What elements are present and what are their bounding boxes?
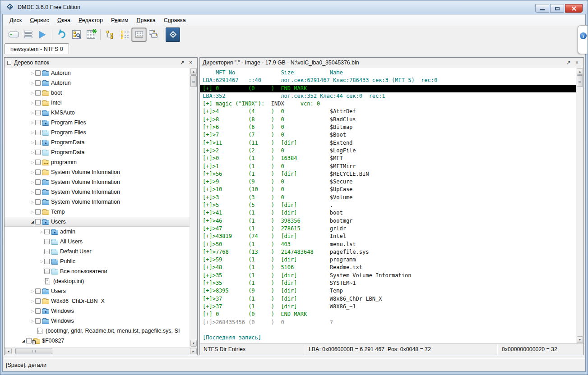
item-checkbox[interactable]: [44, 239, 50, 244]
item-checkbox[interactable]: [26, 338, 32, 343]
mft-row[interactable]: [+]>5 (5 ) [dir] .: [203, 201, 575, 209]
volumes-button[interactable]: [21, 28, 35, 41]
tree-item-windows[interactable]: ▷Windows: [5, 306, 190, 316]
mft-row[interactable]: [+]>56 (1 ) [dir] $RECYCLE.BIN: [203, 170, 575, 178]
tree-item-all-users[interactable]: All Users: [5, 237, 190, 247]
item-checkbox[interactable]: [35, 288, 41, 294]
tree-item-programdata[interactable]: ▷ProgramData: [5, 137, 190, 147]
tree-item-programdata[interactable]: ▷ProgramData: [5, 147, 190, 157]
expander-closed-icon[interactable]: ▷: [30, 200, 35, 204]
tree-item-admin[interactable]: ▷admin: [5, 227, 190, 237]
search-button[interactable]: [69, 28, 83, 41]
mft-row[interactable]: [+]>50 (1 ) 403 menu.lst: [203, 241, 575, 248]
mft-row[interactable]: [+]>268435456 (0 ) 0 ?: [203, 319, 575, 326]
item-checkbox[interactable]: [35, 110, 41, 115]
mft-row[interactable]: [+]>2 (2 ) 0 $LogFile: [203, 147, 575, 155]
expander-closed-icon[interactable]: ▷: [30, 210, 35, 214]
mft-row[interactable]: [+]>7768 (13 ) 2147483648 pagefile.sys: [203, 248, 575, 256]
scroll-left-icon[interactable]: ◄: [5, 348, 12, 354]
mft-row[interactable]: [+]>4 (4 ) 0 $AttrDef: [203, 108, 575, 115]
expander-open-icon[interactable]: ◢: [21, 338, 26, 343]
open-volume-button[interactable]: [35, 28, 50, 41]
mft-row[interactable]: [+]>48 (1 ) 5106 Readme.txt: [203, 264, 575, 271]
panel-maximize-icon[interactable]: ↗: [564, 60, 573, 65]
expander-closed-icon[interactable]: ▷: [30, 309, 35, 313]
item-checkbox[interactable]: [35, 100, 41, 105]
item-checkbox[interactable]: [35, 140, 41, 145]
scroll-thumb[interactable]: [190, 75, 197, 87]
item-checkbox[interactable]: [35, 189, 41, 195]
item-checkbox[interactable]: [35, 308, 41, 314]
tree-item-w8x86-chdr-lbn-x[interactable]: ▷W8x86_ChDr-LBN_X: [5, 296, 190, 306]
tree-item-users[interactable]: ◢Users: [5, 217, 190, 227]
mft-row[interactable]: [+]>59 (1 ) [dir] programm: [203, 256, 575, 264]
item-checkbox[interactable]: [44, 229, 50, 234]
directory-vertical-scrollbar[interactable]: ▲ ▼: [576, 68, 583, 343]
tree-item-system-volume-information[interactable]: ▷System Volume Information: [5, 167, 190, 177]
item-checkbox[interactable]: [35, 298, 41, 304]
tree-item-kmsauto[interactable]: ▷KMSAuto: [5, 108, 190, 118]
item-checkbox[interactable]: [35, 70, 41, 76]
title-bar[interactable]: DMDE 3.6.0 Free Edition: [0, 0, 588, 14]
mft-row[interactable]: [+]>35 (1 ) [dir] System Volume Informat…: [203, 272, 575, 279]
scroll-down-icon[interactable]: ▼: [577, 336, 583, 343]
scroll-thumb[interactable]: [15, 348, 52, 354]
mft-row[interactable]: [+] 0 (0 ) END MARK: [203, 311, 575, 318]
panel-maximize-icon[interactable]: ↗: [178, 60, 187, 65]
expander-closed-icon[interactable]: ▷: [30, 299, 35, 303]
item-checkbox[interactable]: [44, 249, 50, 254]
tree-item-users[interactable]: ▷Users: [5, 286, 190, 296]
tree-item-default-user[interactable]: Default User: [5, 247, 190, 256]
menu-item-окна[interactable]: Окна: [53, 15, 74, 25]
item-checkbox[interactable]: [35, 169, 41, 175]
scroll-thumb[interactable]: [577, 75, 583, 87]
item-checkbox[interactable]: [35, 160, 41, 165]
menu-item-правка[interactable]: Правка: [132, 15, 159, 25]
mft-row[interactable]: [+]>11 (11 ) [dir] $Extend: [203, 139, 575, 147]
scroll-up-icon[interactable]: ▲: [577, 68, 583, 75]
tree-item-intel[interactable]: ▷Intel: [5, 98, 190, 108]
expander-closed-icon[interactable]: ▷: [30, 160, 35, 165]
mft-row[interactable]: [+]>7 (7 ) 0 $Boot: [203, 131, 575, 139]
mft-row[interactable]: LBA:352 лог.сек:352 Клас:44 сек:0 rec:1: [203, 92, 575, 100]
mft-row[interactable]: [+]>35 (1 ) [dir] SYSTEM~1: [203, 279, 575, 287]
mft-row[interactable]: MFT No Size Name: [203, 69, 575, 77]
tree-item-temp[interactable]: ▷Temp: [5, 207, 190, 217]
mft-row[interactable]: [+]>37 (1 ) [dir] W8X86_~1: [203, 303, 575, 311]
item-checkbox[interactable]: [35, 179, 41, 185]
mft-row[interactable]: [+]>6 (6 ) 0 $Bitmap: [203, 123, 575, 131]
cascade-windows-button[interactable]: [146, 28, 161, 41]
tab-newsystem-ntfs0[interactable]: newsystem - NTFS 0: [5, 43, 69, 54]
tree-item-system-volume-information[interactable]: ▷System Volume Information: [5, 187, 190, 197]
close-button[interactable]: [565, 4, 583, 13]
expander-closed-icon[interactable]: ▷: [30, 190, 35, 194]
expander-closed-icon[interactable]: ▷: [30, 110, 35, 115]
mft-row[interactable]: LBA:6291467 ::40 лог.сек:6291467 Клас:78…: [203, 77, 575, 84]
tree-item--[interactable]: Все пользователи: [5, 266, 190, 276]
menu-item-сервис[interactable]: Сервис: [26, 15, 53, 25]
tree-item--bootmgr-grldr-readme-txt-menu-lst-pagefile-sys-si[interactable]: (bootmgr, grldr, Readme.txt, menu.lst, p…: [5, 326, 190, 336]
expander-closed-icon[interactable]: ▷: [30, 319, 35, 323]
mft-row[interactable]: [+]>8 (8 ) 0 $BadClus: [203, 116, 575, 123]
sector-view-button[interactable]: [132, 28, 146, 41]
tree-item-autorun[interactable]: ▷Autorun: [5, 78, 190, 88]
tree-vertical-scrollbar[interactable]: ▲ ▼: [190, 68, 197, 347]
item-checkbox[interactable]: [35, 90, 41, 96]
mft-row[interactable]: [203, 326, 575, 334]
tree-item-program-files[interactable]: ▷Program Files: [5, 118, 190, 128]
menu-item-диск[interactable]: Диск: [5, 15, 26, 25]
dmde-home-button[interactable]: [166, 27, 180, 42]
menu-item-редактор[interactable]: Редактор: [74, 15, 107, 25]
mft-row[interactable]: [+] magic ("INDX"): INDX vcn: 0: [203, 100, 575, 108]
expander-closed-icon[interactable]: ▷: [30, 289, 35, 293]
expander-closed-icon[interactable]: ▷: [39, 229, 44, 234]
mft-row[interactable]: [+]>8395 (9 ) [dir] Temp: [203, 287, 575, 295]
item-checkbox[interactable]: [35, 318, 41, 324]
drive-button[interactable]: [6, 28, 21, 41]
item-checkbox[interactable]: [44, 269, 50, 274]
item-checkbox[interactable]: [35, 199, 41, 205]
expander-closed-icon[interactable]: ▷: [39, 259, 44, 264]
tree-item--desktop-ini-[interactable]: (desktop.ini): [5, 276, 190, 286]
expander-closed-icon[interactable]: ▷: [30, 170, 35, 174]
expander-open-icon[interactable]: ◢: [30, 220, 35, 224]
